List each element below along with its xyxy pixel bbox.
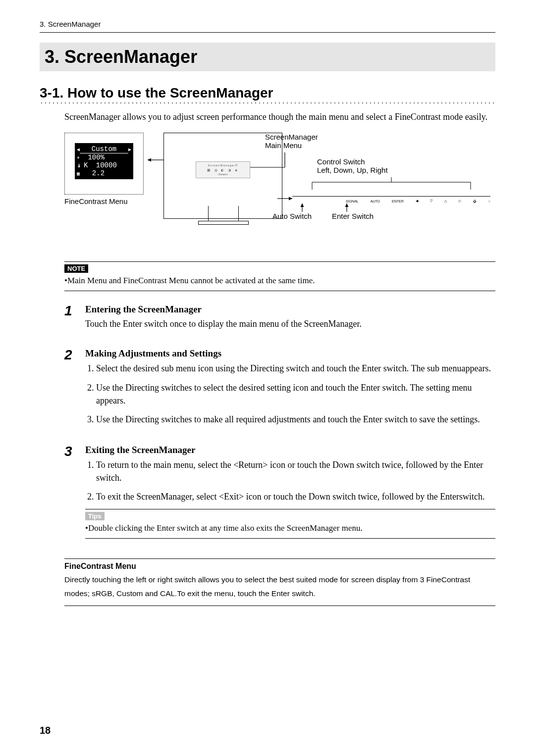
overview-diagram: ◀ Custom ▶ 100% K 10000 2.2 FineContrast…	[64, 133, 495, 232]
right-triangle-icon: ▶	[128, 147, 131, 152]
finecontrast-section-text: Directly touching the left or right swit…	[64, 573, 495, 606]
power-icon: ⏻	[473, 199, 477, 203]
right-arrow-icon: ▷	[459, 199, 461, 203]
monitor-stand	[208, 206, 239, 221]
switch-enter-label: ENTER	[392, 199, 404, 203]
monitor-screen: ScreenManager® ▦ ◍ ◐ ◑ ◈ <Screen>	[171, 140, 275, 200]
panel-mark	[260, 210, 264, 213]
temperature-icon	[77, 161, 82, 169]
list-item: Use the Directing switches to select the…	[96, 381, 495, 407]
step-list: Select the desired sub menu icon using t…	[85, 362, 495, 425]
fc-brightness: 100%	[88, 153, 105, 161]
finecontrast-section-label: FineContrast Menu	[64, 558, 495, 571]
panel-mark	[239, 210, 243, 213]
panel-mark	[246, 210, 250, 213]
step-heading: Making Adjustments and Settings	[85, 348, 495, 359]
step-number: 3	[64, 445, 76, 544]
up-arrow-icon: △	[444, 199, 447, 203]
intro-paragraph: ScreenManager allows you to adjust scree…	[64, 111, 495, 123]
list-item: To return to the main menu, select the <…	[96, 458, 495, 484]
section-title: 3-1. How to use the ScreenManager	[40, 85, 495, 101]
sm-menu-title: ScreenManager®	[198, 164, 248, 167]
fc-gamma: 2.2	[92, 169, 105, 177]
finecontrast-menu-label: FineContrast Menu	[64, 197, 128, 205]
step-paragraph: Touch the Enter switch once to display t…	[85, 318, 495, 330]
led-icon: ○	[488, 199, 490, 203]
running-rule	[40, 32, 495, 33]
finecontrast-menu-content: ◀ Custom ▶ 100% K 10000 2.2	[75, 143, 133, 179]
down-arrow-icon: ▽	[430, 199, 432, 203]
step-1: 1 Entering the ScreenManager Touch the E…	[64, 304, 495, 335]
step-list: To return to the main menu, select the <…	[85, 458, 495, 503]
finecontrast-menu-preview: ◀ Custom ▶ 100% K 10000 2.2	[64, 133, 144, 195]
sm-menu-icons: ▦ ◍ ◐ ◑ ◈	[198, 168, 248, 172]
list-item: Select the desired sub menu icon using t…	[96, 362, 495, 375]
list-item: Use the Directing switches to make all r…	[96, 413, 495, 426]
tips-badge: Tips	[85, 512, 105, 520]
running-head: 3. ScreenManager	[40, 20, 495, 28]
note-text: •Main Menu and FineContrast Menu cannot …	[64, 276, 495, 291]
fc-mode: Custom	[80, 145, 128, 153]
tips-block: Tips •Double clicking the Enter switch a…	[85, 509, 495, 539]
step-number: 1	[64, 304, 76, 335]
sm-menu-sub: <Screen>	[198, 173, 248, 176]
switch-auto-label: AUTO	[371, 199, 380, 203]
note-badge: NOTE	[64, 264, 88, 273]
enter-switch-label: Enter Switch	[332, 212, 374, 220]
left-arrow-icon: ◀	[416, 199, 418, 203]
step-heading: Exiting the ScreenManager	[85, 445, 495, 455]
gamma-icon	[77, 169, 80, 177]
note-block: NOTE •Main Menu and FineContrast Menu ca…	[64, 261, 495, 291]
control-switch-label: Control Switch Left, Down, Up, Right	[317, 157, 388, 174]
dotted-rule	[40, 102, 495, 104]
screenmanager-main-menu-label: ScreenManager Main Menu	[265, 133, 318, 150]
chapter-title: 3. ScreenManager	[40, 43, 495, 71]
auto-switch-label: Auto Switch	[272, 212, 312, 220]
step-number: 2	[64, 348, 76, 431]
fc-temperature: 10000	[96, 161, 117, 169]
tips-text: •Double clicking the Enter switch at any…	[85, 523, 495, 539]
panel-mark	[267, 210, 271, 213]
step-3: 3 Exiting the ScreenManager To return to…	[64, 445, 495, 544]
brightness-icon	[77, 153, 80, 161]
manual-page: 3. ScreenManager 3. ScreenManager 3-1. H…	[0, 0, 535, 756]
switch-signal-label: SIGNAL	[346, 199, 359, 203]
switch-bar: SIGNAL AUTO ENTER ◀ ▽ △ ▷ ⏻ ○	[292, 196, 490, 203]
step-2: 2 Making Adjustments and Settings Select…	[64, 348, 495, 431]
panel-mark	[253, 210, 257, 213]
page-number: 18	[40, 725, 51, 736]
screenmanager-main-menu-preview: ScreenManager® ▦ ◍ ◐ ◑ ◈ <Screen>	[196, 161, 250, 178]
step-heading: Entering the ScreenManager	[85, 304, 495, 315]
list-item: To exit the ScreenManager, select <Exit>…	[96, 490, 495, 503]
